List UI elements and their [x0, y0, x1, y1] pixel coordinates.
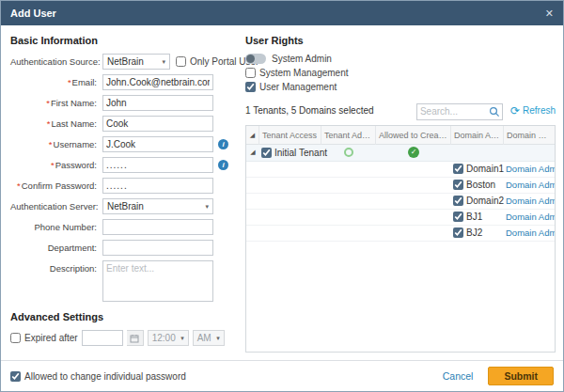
refresh-button[interactable]: ⟳ Refresh [510, 105, 556, 117]
collapse-row-icon[interactable]: ◢ [246, 149, 259, 156]
system-admin-toggle[interactable] [245, 54, 266, 64]
create-domain-check-icon[interactable]: ✓ [408, 147, 419, 158]
username-row: *Username: i [10, 136, 234, 152]
only-portal-user-input[interactable] [176, 56, 186, 67]
tenant-checkbox[interactable]: Initial Tenant [259, 148, 321, 158]
domain-checkbox-input[interactable] [453, 227, 463, 238]
search-input[interactable] [416, 103, 503, 120]
col-domain-access[interactable]: Domain Access [451, 126, 504, 145]
domain-privilege-link[interactable]: Domain Admin [504, 212, 556, 222]
department-row: Department: [10, 240, 234, 256]
info-icon[interactable]: i [218, 160, 228, 170]
confirm-password-control [102, 178, 213, 194]
domain-privilege-link[interactable]: Domain Admin [504, 180, 556, 190]
col-domain-privileges[interactable]: Domain Privileges ... [504, 126, 555, 145]
col-tenant-access[interactable]: Tenant Access [259, 126, 321, 145]
auth-server-row: Authentication Server: NetBrain ▾ [10, 198, 234, 214]
expired-after-checkbox[interactable]: Expired after [10, 333, 78, 343]
domain-row: Domain1 Domain Admin [246, 162, 555, 178]
username-input[interactable] [102, 136, 213, 152]
required-icon: * [46, 98, 50, 108]
chevron-down-icon: ▾ [180, 335, 184, 342]
system-admin-row: System Admin [245, 54, 556, 64]
username-label-text: Username: [54, 139, 97, 149]
domain-checkbox[interactable]: BJ2 [451, 227, 504, 238]
auth-server-label: Authentication Server: [10, 198, 102, 214]
expand-all-icon[interactable]: ◢ [246, 126, 259, 145]
tenant-access-table: ◢ Tenant Access Tenant Admin... Allowed … [245, 125, 556, 353]
domain-checkbox[interactable]: Domain1 [451, 164, 504, 174]
last-name-row: *Last Name: [10, 116, 234, 132]
table-empty-area [246, 242, 555, 353]
first-name-label: *First Name: [10, 95, 102, 111]
first-name-input[interactable] [102, 95, 213, 111]
description-textarea[interactable] [102, 260, 213, 302]
tenant-summary-text: 1 Tenants, 5 Domains selected [245, 105, 374, 116]
last-name-label-text: Last Name: [51, 118, 97, 129]
description-label: Description: [10, 260, 102, 276]
domain-checkbox-input[interactable] [453, 212, 463, 222]
domain-checkbox-input[interactable] [453, 164, 463, 174]
expired-date-input[interactable] [82, 330, 123, 346]
system-management-checkbox[interactable]: System Management [245, 68, 349, 78]
domain-checkbox-input[interactable] [453, 180, 463, 190]
auth-source-row: Authentication Source: NetBrain ▾ Only P… [10, 54, 234, 70]
chevron-down-icon: ▾ [205, 203, 209, 211]
email-input[interactable] [102, 74, 213, 90]
domain-checkbox-input[interactable] [453, 196, 463, 206]
col-create-domain[interactable]: Allowed to Create Domain ... [376, 126, 451, 145]
first-name-control [102, 95, 213, 111]
close-icon[interactable]: ✕ [545, 8, 554, 19]
auth-server-select[interactable]: NetBrain ▾ [102, 198, 213, 214]
allow-change-password-input[interactable] [10, 371, 21, 382]
refresh-icon: ⟳ [510, 105, 520, 117]
password-input[interactable] [102, 157, 213, 173]
domain-privilege-link[interactable]: Domain Admin [504, 164, 556, 174]
basic-information-panel: Basic Information Authentication Source:… [10, 33, 234, 360]
domain-checkbox[interactable]: BJ1 [451, 212, 504, 222]
user-rights-heading: User Rights [245, 35, 556, 46]
domain-name: BJ1 [466, 212, 482, 222]
department-input[interactable] [102, 240, 213, 256]
auth-source-select[interactable]: NetBrain ▾ [102, 54, 170, 70]
domain-privilege-link[interactable]: Domain Admin [504, 196, 556, 206]
phone-input[interactable] [102, 219, 213, 235]
dialog-titlebar: Add User ✕ [1, 1, 563, 25]
auth-source-value: NetBrain [107, 56, 144, 67]
phone-label: Phone Number: [10, 219, 102, 235]
cancel-button[interactable]: Cancel [443, 370, 474, 382]
domain-checkbox[interactable]: Boston [451, 180, 504, 190]
password-row: *Password: i [10, 157, 234, 173]
required-icon: * [17, 180, 21, 191]
expired-time-select[interactable]: 12:00 ▾ [148, 330, 189, 346]
description-control [102, 260, 213, 302]
domain-privilege-link[interactable]: Domain Admin [504, 227, 556, 238]
col-tenant-admin[interactable]: Tenant Admin... [321, 126, 376, 145]
user-management-checkbox[interactable]: User Management [245, 82, 337, 92]
calendar-icon[interactable] [127, 330, 144, 346]
user-management-row: User Management [245, 82, 556, 92]
tenant-summary-row: 1 Tenants, 5 Domains selected ⟳ Refresh [245, 102, 556, 120]
info-icon[interactable]: i [218, 139, 228, 149]
domain-row: Domain2 Domain Admin [246, 194, 555, 210]
expired-ampm-select[interactable]: AM ▾ [193, 330, 225, 346]
confirm-password-input[interactable] [102, 178, 213, 194]
auth-source-label: Authentication Source: [10, 54, 102, 70]
tenant-admin-radio-icon[interactable] [344, 148, 353, 157]
allow-change-password-checkbox[interactable]: Allowed to change individual password [10, 371, 186, 382]
last-name-input[interactable] [102, 116, 213, 132]
refresh-label: Refresh [523, 105, 556, 116]
expired-after-input[interactable] [10, 333, 21, 343]
auth-server-control: NetBrain ▾ [102, 198, 213, 214]
email-row: *Email: [10, 74, 234, 90]
username-label: *Username: [10, 136, 102, 152]
domain-name: Domain1 [466, 164, 504, 174]
user-management-input[interactable] [245, 82, 256, 92]
auth-source-controls: NetBrain ▾ Only Portal User [102, 54, 258, 70]
advanced-settings-heading: Advanced Settings [10, 311, 234, 322]
tenant-checkbox-input[interactable] [261, 148, 272, 158]
submit-button[interactable]: Submit [488, 367, 554, 385]
system-admin-label: System Admin [272, 54, 332, 64]
domain-checkbox[interactable]: Domain2 [451, 196, 504, 206]
tenant-row[interactable]: ◢ Initial Tenant ✓ [246, 145, 555, 162]
